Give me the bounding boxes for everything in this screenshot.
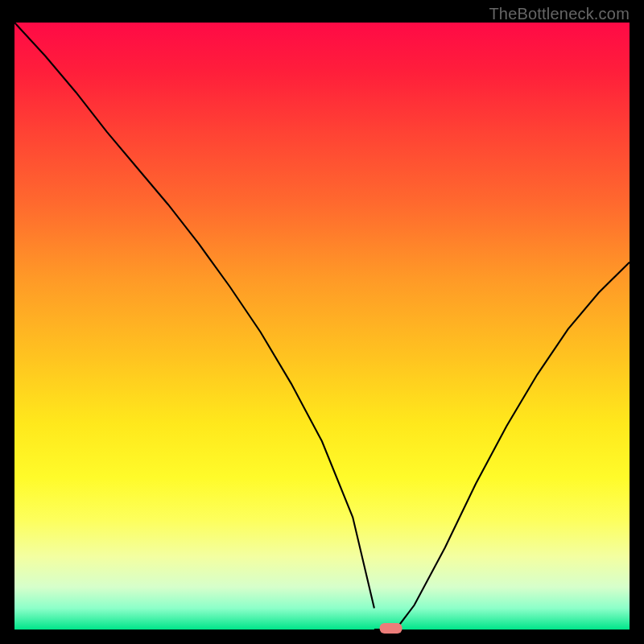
chart-frame: TheBottleneck.com bbox=[0, 0, 644, 644]
curve-path bbox=[14, 23, 374, 609]
curve-path-right bbox=[396, 262, 630, 630]
plot-area bbox=[14, 23, 630, 630]
min-marker bbox=[380, 623, 402, 634]
watermark-label: TheBottleneck.com bbox=[489, 5, 630, 23]
bottleneck-curve bbox=[14, 23, 630, 630]
